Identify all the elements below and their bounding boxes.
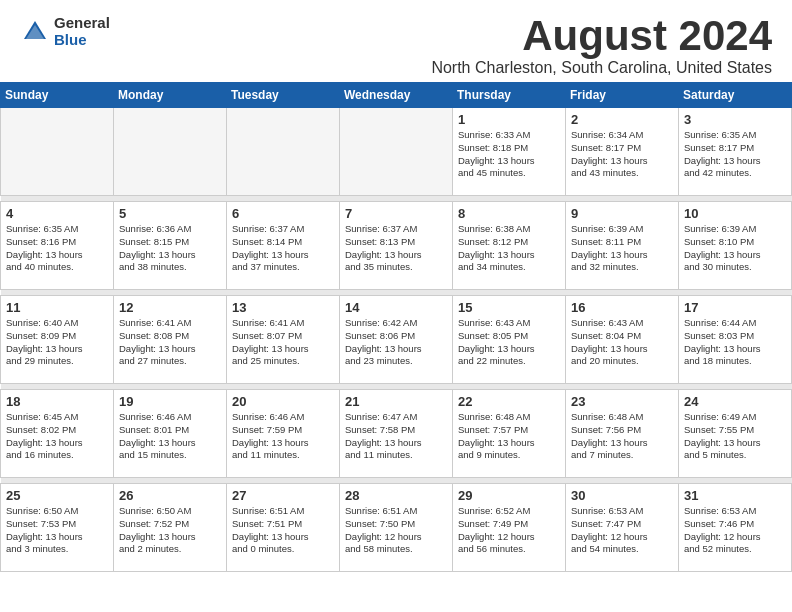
day-info: Sunrise: 6:33 AM Sunset: 8:18 PM Dayligh… (458, 129, 560, 180)
day-info: Sunrise: 6:38 AM Sunset: 8:12 PM Dayligh… (458, 223, 560, 274)
title-section: August 2024 North Charleston, South Caro… (431, 15, 772, 77)
calendar-cell-w1-d2 (227, 108, 340, 196)
day-number: 31 (684, 488, 786, 503)
day-number: 23 (571, 394, 673, 409)
calendar-cell-w1-d5: 2Sunrise: 6:34 AM Sunset: 8:17 PM Daylig… (566, 108, 679, 196)
logo: General Blue (20, 15, 110, 48)
calendar-cell-w4-d3: 21Sunrise: 6:47 AM Sunset: 7:58 PM Dayli… (340, 390, 453, 478)
calendar-cell-w4-d1: 19Sunrise: 6:46 AM Sunset: 8:01 PM Dayli… (114, 390, 227, 478)
calendar-cell-w5-d4: 29Sunrise: 6:52 AM Sunset: 7:49 PM Dayli… (453, 484, 566, 572)
calendar-cell-w2-d4: 8Sunrise: 6:38 AM Sunset: 8:12 PM Daylig… (453, 202, 566, 290)
header-monday: Monday (114, 83, 227, 108)
day-info: Sunrise: 6:45 AM Sunset: 8:02 PM Dayligh… (6, 411, 108, 462)
day-info: Sunrise: 6:47 AM Sunset: 7:58 PM Dayligh… (345, 411, 447, 462)
day-number: 7 (345, 206, 447, 221)
calendar-cell-w3-d1: 12Sunrise: 6:41 AM Sunset: 8:08 PM Dayli… (114, 296, 227, 384)
calendar-cell-w2-d6: 10Sunrise: 6:39 AM Sunset: 8:10 PM Dayli… (679, 202, 792, 290)
day-number: 2 (571, 112, 673, 127)
calendar-cell-w2-d0: 4Sunrise: 6:35 AM Sunset: 8:16 PM Daylig… (1, 202, 114, 290)
calendar-cell-w5-d3: 28Sunrise: 6:51 AM Sunset: 7:50 PM Dayli… (340, 484, 453, 572)
day-info: Sunrise: 6:41 AM Sunset: 8:07 PM Dayligh… (232, 317, 334, 368)
day-number: 28 (345, 488, 447, 503)
day-info: Sunrise: 6:53 AM Sunset: 7:47 PM Dayligh… (571, 505, 673, 556)
day-info: Sunrise: 6:39 AM Sunset: 8:11 PM Dayligh… (571, 223, 673, 274)
day-info: Sunrise: 6:40 AM Sunset: 8:09 PM Dayligh… (6, 317, 108, 368)
day-number: 25 (6, 488, 108, 503)
logo-blue-text: Blue (54, 32, 110, 49)
day-number: 1 (458, 112, 560, 127)
calendar-cell-w5-d2: 27Sunrise: 6:51 AM Sunset: 7:51 PM Dayli… (227, 484, 340, 572)
header-sunday: Sunday (1, 83, 114, 108)
day-number: 10 (684, 206, 786, 221)
calendar-cell-w1-d4: 1Sunrise: 6:33 AM Sunset: 8:18 PM Daylig… (453, 108, 566, 196)
day-number: 11 (6, 300, 108, 315)
day-number: 5 (119, 206, 221, 221)
day-info: Sunrise: 6:46 AM Sunset: 8:01 PM Dayligh… (119, 411, 221, 462)
day-number: 8 (458, 206, 560, 221)
calendar-cell-w2-d5: 9Sunrise: 6:39 AM Sunset: 8:11 PM Daylig… (566, 202, 679, 290)
day-info: Sunrise: 6:48 AM Sunset: 7:56 PM Dayligh… (571, 411, 673, 462)
header-wednesday: Wednesday (340, 83, 453, 108)
logo-general-text: General (54, 15, 110, 32)
calendar-cell-w4-d4: 22Sunrise: 6:48 AM Sunset: 7:57 PM Dayli… (453, 390, 566, 478)
calendar-cell-w2-d3: 7Sunrise: 6:37 AM Sunset: 8:13 PM Daylig… (340, 202, 453, 290)
logo-icon (20, 17, 50, 47)
calendar-cell-w2-d1: 5Sunrise: 6:36 AM Sunset: 8:15 PM Daylig… (114, 202, 227, 290)
day-number: 21 (345, 394, 447, 409)
calendar-cell-w3-d3: 14Sunrise: 6:42 AM Sunset: 8:06 PM Dayli… (340, 296, 453, 384)
day-number: 26 (119, 488, 221, 503)
day-info: Sunrise: 6:46 AM Sunset: 7:59 PM Dayligh… (232, 411, 334, 462)
month-title: August 2024 (431, 15, 772, 57)
day-info: Sunrise: 6:51 AM Sunset: 7:51 PM Dayligh… (232, 505, 334, 556)
day-number: 22 (458, 394, 560, 409)
day-info: Sunrise: 6:52 AM Sunset: 7:49 PM Dayligh… (458, 505, 560, 556)
location-title: North Charleston, South Carolina, United… (431, 59, 772, 77)
day-number: 6 (232, 206, 334, 221)
calendar-cell-w1-d0 (1, 108, 114, 196)
day-info: Sunrise: 6:51 AM Sunset: 7:50 PM Dayligh… (345, 505, 447, 556)
calendar-cell-w2-d2: 6Sunrise: 6:37 AM Sunset: 8:14 PM Daylig… (227, 202, 340, 290)
weekday-header-row: Sunday Monday Tuesday Wednesday Thursday… (1, 83, 792, 108)
calendar-cell-w5-d1: 26Sunrise: 6:50 AM Sunset: 7:52 PM Dayli… (114, 484, 227, 572)
calendar-cell-w4-d0: 18Sunrise: 6:45 AM Sunset: 8:02 PM Dayli… (1, 390, 114, 478)
day-info: Sunrise: 6:53 AM Sunset: 7:46 PM Dayligh… (684, 505, 786, 556)
day-info: Sunrise: 6:37 AM Sunset: 8:13 PM Dayligh… (345, 223, 447, 274)
day-info: Sunrise: 6:35 AM Sunset: 8:17 PM Dayligh… (684, 129, 786, 180)
day-number: 29 (458, 488, 560, 503)
calendar-cell-w4-d5: 23Sunrise: 6:48 AM Sunset: 7:56 PM Dayli… (566, 390, 679, 478)
day-info: Sunrise: 6:44 AM Sunset: 8:03 PM Dayligh… (684, 317, 786, 368)
day-info: Sunrise: 6:41 AM Sunset: 8:08 PM Dayligh… (119, 317, 221, 368)
header-tuesday: Tuesday (227, 83, 340, 108)
header-saturday: Saturday (679, 83, 792, 108)
calendar-cell-w1-d3 (340, 108, 453, 196)
day-number: 13 (232, 300, 334, 315)
day-number: 17 (684, 300, 786, 315)
calendar-cell-w3-d2: 13Sunrise: 6:41 AM Sunset: 8:07 PM Dayli… (227, 296, 340, 384)
day-info: Sunrise: 6:43 AM Sunset: 8:04 PM Dayligh… (571, 317, 673, 368)
day-number: 4 (6, 206, 108, 221)
day-info: Sunrise: 6:36 AM Sunset: 8:15 PM Dayligh… (119, 223, 221, 274)
calendar-cell-w3-d5: 16Sunrise: 6:43 AM Sunset: 8:04 PM Dayli… (566, 296, 679, 384)
calendar-cell-w1-d6: 3Sunrise: 6:35 AM Sunset: 8:17 PM Daylig… (679, 108, 792, 196)
day-info: Sunrise: 6:35 AM Sunset: 8:16 PM Dayligh… (6, 223, 108, 274)
day-number: 12 (119, 300, 221, 315)
day-info: Sunrise: 6:49 AM Sunset: 7:55 PM Dayligh… (684, 411, 786, 462)
calendar-cell-w3-d0: 11Sunrise: 6:40 AM Sunset: 8:09 PM Dayli… (1, 296, 114, 384)
calendar-cell-w5-d6: 31Sunrise: 6:53 AM Sunset: 7:46 PM Dayli… (679, 484, 792, 572)
logo-text: General Blue (54, 15, 110, 48)
day-number: 15 (458, 300, 560, 315)
day-info: Sunrise: 6:39 AM Sunset: 8:10 PM Dayligh… (684, 223, 786, 274)
calendar-cell-w3-d6: 17Sunrise: 6:44 AM Sunset: 8:03 PM Dayli… (679, 296, 792, 384)
week-row-5: 25Sunrise: 6:50 AM Sunset: 7:53 PM Dayli… (1, 484, 792, 572)
calendar-cell-w4-d6: 24Sunrise: 6:49 AM Sunset: 7:55 PM Dayli… (679, 390, 792, 478)
calendar-cell-w5-d5: 30Sunrise: 6:53 AM Sunset: 7:47 PM Dayli… (566, 484, 679, 572)
day-number: 20 (232, 394, 334, 409)
day-info: Sunrise: 6:50 AM Sunset: 7:53 PM Dayligh… (6, 505, 108, 556)
day-number: 18 (6, 394, 108, 409)
header-thursday: Thursday (453, 83, 566, 108)
day-info: Sunrise: 6:34 AM Sunset: 8:17 PM Dayligh… (571, 129, 673, 180)
page-header: General Blue August 2024 North Charlesto… (0, 0, 792, 82)
calendar-cell-w5-d0: 25Sunrise: 6:50 AM Sunset: 7:53 PM Dayli… (1, 484, 114, 572)
calendar-cell-w1-d1 (114, 108, 227, 196)
header-friday: Friday (566, 83, 679, 108)
